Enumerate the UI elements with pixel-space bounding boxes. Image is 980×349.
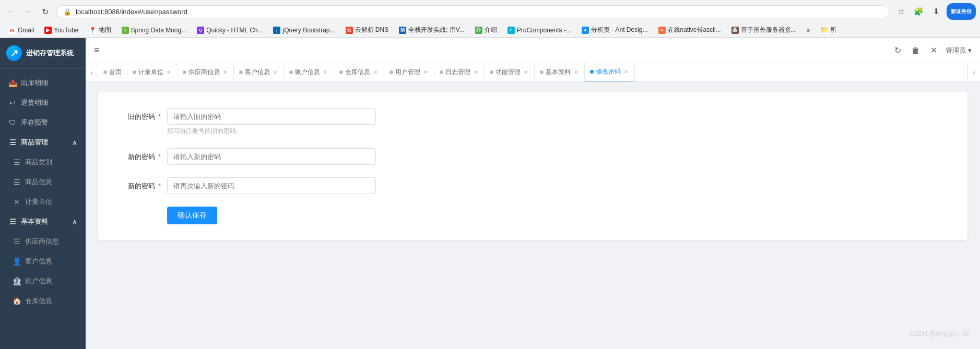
tab-log-close[interactable]: ✕ [473,69,479,76]
forward-button[interactable]: → [21,4,36,19]
tab-user-dot [389,70,393,74]
old-password-input[interactable] [167,108,376,125]
change-password-form: 旧的密码 * 填写自己账号的旧的密码。 新的密码 * [98,92,967,240]
tab-warehouse-dot [339,70,343,74]
customer-icon: 👤 [13,257,21,266]
bookmark-pro[interactable]: P ProComponents -... [503,25,575,35]
confirm-password-row: 新的密码 * [119,177,947,194]
bookmark-jie[interactable]: 介 介绍 [471,24,501,36]
sidebar-item-account[interactable]: 🏦 账户信息 [0,271,86,291]
sidebar-item-account-label: 账户信息 [25,276,52,286]
url-input[interactable]: localhost:8088/index#/user/password [76,8,882,16]
bookmark-yun[interactable]: 云 云解析 DNS [341,24,393,36]
tab-password-close[interactable]: ✕ [623,68,629,75]
sidebar-item-warehouse[interactable]: 🏠 仓库信息 [0,291,86,311]
sidebar-group-product[interactable]: ☰ 商品管理 ∧ [0,133,86,152]
app-container: ↗ 进销存管理系统 📤 出库明细 ↩ 退货明细 🛡 库存预警 ☰ 商品管理 [0,38,980,349]
sidebar-item-returns[interactable]: ↩ 退货明细 [0,93,86,113]
bookmark-jquery-label: jQuery Bootstrap... [282,27,335,34]
tab-function-close[interactable]: ✕ [523,69,529,76]
bookmark-m[interactable]: M 全栈开发实战: 用V... [395,24,469,36]
tab-password[interactable]: 修改密码 ✕ [585,63,635,82]
sidebar-group-basic[interactable]: ☰ 基本资料 ∧ [0,212,86,232]
reload-button[interactable]: ↻ [38,4,52,19]
ant-icon: A [582,27,589,34]
delete-button[interactable]: 🗑 [910,44,922,57]
tab-account[interactable]: 账户信息 ✕ [284,63,334,82]
tab-home[interactable]: 首页 [98,63,127,82]
menu-toggle-button[interactable]: ≡ [94,45,100,56]
sidebar-item-outbound[interactable]: 📤 出库明细 [0,73,86,93]
pro-icon: P [507,27,515,34]
sidebar-item-product-info[interactable]: ☰ 商品信息 [0,172,86,192]
browser-actions: ☆ 🧩 ⬇ 验证身份 [893,3,976,20]
old-password-field: 填写自己账号的旧的密码。 [167,108,376,136]
bookmark-ant[interactable]: A 分析页 - Ant Desig... [577,24,652,36]
chevron-up-icon-2: ∧ [72,218,77,226]
sidebar-item-stock-alert[interactable]: 🛡 库存预警 [0,113,86,133]
bookmark-maps[interactable]: 📍 地图 [85,24,115,36]
tab-warehouse-close[interactable]: ✕ [372,69,379,76]
tab-password-dot [590,70,594,74]
tabs-prev-button[interactable]: ‹ [86,63,98,82]
sidebar-item-unit[interactable]: ✕ 计量单位 [0,192,86,212]
sidebar-item-returns-label: 退货明细 [21,98,48,107]
supplier-icon: ☰ [13,237,21,246]
tab-supplier[interactable]: 供应商信息 ✕ [178,63,234,82]
returns-icon: ↩ [8,99,17,107]
tab-warehouse[interactable]: 仓库信息 ✕ [334,63,384,82]
bookmark-foreign[interactable]: 基 基于国外服务器搭... [727,24,800,36]
bookmark-youtube[interactable]: ▶ YouTube [40,25,82,35]
address-bar[interactable]: 🔒 localhost:8088/index#/user/password [56,5,889,18]
sidebar-item-stock-alert-label: 库存预警 [21,118,48,127]
bookmark-spring[interactable]: S Spring Data Mong... [117,25,191,35]
bookmark-quicky[interactable]: Q Quicky - HTML Ch... [193,25,267,35]
tab-log-label: 日志管理 [445,68,470,77]
bookmark-folder[interactable]: 📁 所 [816,24,840,36]
sidebar: ↗ 进销存管理系统 📤 出库明细 ↩ 退货明细 🛡 库存预警 ☰ 商品管理 [0,38,86,349]
bookmark-jquery[interactable]: j jQuery Bootstrap... [269,25,339,35]
m-icon: M [399,27,406,34]
tab-function[interactable]: 功能管理 ✕ [485,63,535,82]
tab-customer-label: 客户信息 [245,68,270,77]
tab-basic[interactable]: 基本资料 ✕ [535,63,585,82]
tab-user[interactable]: 用户管理 ✕ [384,63,434,82]
tab-user-close[interactable]: ✕ [422,69,429,76]
sidebar-item-product-category-label: 商品类别 [25,158,52,167]
refresh-button[interactable]: ↻ [892,43,903,57]
bookmark-native[interactable]: N 在线native转ascii... [654,24,725,36]
tab-customer[interactable]: 客户信息 ✕ [234,63,284,82]
back-button[interactable]: ← [4,4,19,19]
close-button[interactable]: ✕ [928,43,939,57]
folder-icon: 📁 所 [820,26,836,34]
bookmark-more[interactable]: » [802,25,814,35]
tab-basic-close[interactable]: ✕ [573,69,579,76]
tab-log[interactable]: 日志管理 ✕ [434,63,485,82]
sidebar-item-customer[interactable]: 👤 客户信息 [0,251,86,271]
sidebar-item-product-category[interactable]: ☰ 商品类别 [0,152,86,172]
tab-supplier-close[interactable]: ✕ [222,69,228,76]
tabs-next-button[interactable]: › [967,63,980,82]
download-button[interactable]: ⬇ [929,4,943,19]
sidebar-group-product-label: 商品管理 [21,138,48,147]
bookmark-gmail[interactable]: M Gmail [4,25,38,35]
new-password-required: * [158,153,161,161]
logo-icon: ↗ [10,47,18,59]
confirm-save-button[interactable]: 确认保存 [167,207,217,224]
sidebar-item-supplier[interactable]: ☰ 供应商信息 [0,232,86,251]
tab-basic-dot [540,70,544,74]
outbound-icon: 📤 [8,79,17,87]
jquery-icon: j [273,27,280,34]
new-password-input[interactable] [167,148,376,165]
foreign-icon: 基 [731,27,739,34]
profile-button[interactable]: 验证身份 [947,3,976,20]
tab-unit-close[interactable]: ✕ [166,69,172,76]
bookmark-star-button[interactable]: ☆ [893,4,908,19]
confirm-password-input[interactable] [167,177,376,194]
tab-account-close[interactable]: ✕ [322,69,328,76]
extension-button[interactable]: 🧩 [911,4,926,19]
admin-label: 管理员 [946,46,966,55]
tab-unit[interactable]: 计量单位 ✕ [127,63,178,82]
admin-dropdown-button[interactable]: 管理员 ▾ [946,46,972,55]
tab-customer-close[interactable]: ✕ [272,69,278,76]
